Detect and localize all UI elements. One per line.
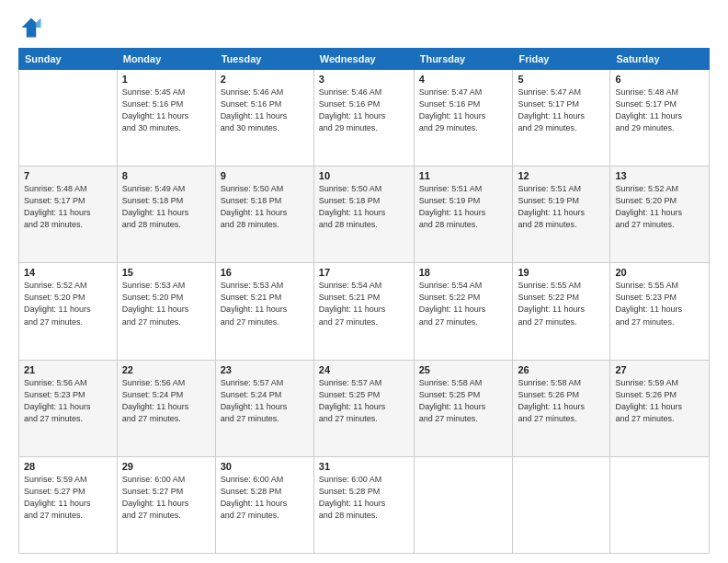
day-number: 24: [319, 364, 409, 375]
day-number: 12: [518, 170, 605, 181]
day-cell: [19, 70, 118, 167]
day-number: 25: [419, 364, 508, 375]
day-number: 6: [615, 74, 704, 85]
day-cell: 28Sunrise: 5:59 AM Sunset: 5:27 PM Dayli…: [19, 456, 118, 553]
day-number: 26: [518, 364, 605, 375]
day-number: 2: [221, 74, 309, 85]
day-cell: 23Sunrise: 5:57 AM Sunset: 5:24 PM Dayli…: [215, 360, 313, 456]
day-number: 27: [615, 364, 704, 375]
day-info: Sunrise: 5:50 AM Sunset: 5:18 PM Dayligh…: [221, 183, 309, 231]
week-row-2: 7Sunrise: 5:48 AM Sunset: 5:17 PM Daylig…: [19, 167, 710, 263]
day-info: Sunrise: 6:00 AM Sunset: 5:28 PM Dayligh…: [221, 474, 309, 522]
day-number: 30: [221, 461, 309, 472]
day-cell: 10Sunrise: 5:50 AM Sunset: 5:18 PM Dayli…: [313, 167, 414, 263]
day-cell: 31Sunrise: 6:00 AM Sunset: 5:28 PM Dayli…: [313, 456, 414, 553]
header-cell-tuesday: Tuesday: [215, 49, 313, 70]
header-row: SundayMondayTuesdayWednesdayThursdayFrid…: [19, 49, 710, 70]
day-number: 15: [122, 267, 210, 278]
day-cell: 15Sunrise: 5:53 AM Sunset: 5:20 PM Dayli…: [117, 263, 215, 360]
day-cell: 24Sunrise: 5:57 AM Sunset: 5:25 PM Dayli…: [313, 360, 414, 456]
day-cell: 21Sunrise: 5:56 AM Sunset: 5:23 PM Dayli…: [19, 360, 118, 456]
day-number: 17: [319, 267, 409, 278]
header-cell-thursday: Thursday: [414, 49, 513, 70]
day-cell: 4Sunrise: 5:47 AM Sunset: 5:16 PM Daylig…: [414, 70, 513, 167]
day-number: 4: [419, 74, 508, 85]
day-info: Sunrise: 5:48 AM Sunset: 5:17 PM Dayligh…: [24, 183, 112, 231]
day-number: 29: [122, 461, 210, 472]
header: [18, 15, 710, 40]
day-number: 13: [615, 170, 704, 181]
header-cell-monday: Monday: [117, 49, 215, 70]
day-info: Sunrise: 5:45 AM Sunset: 5:16 PM Dayligh…: [122, 86, 210, 134]
svg-marker-1: [36, 18, 40, 29]
day-info: Sunrise: 5:56 AM Sunset: 5:23 PM Dayligh…: [24, 377, 112, 425]
day-info: Sunrise: 5:52 AM Sunset: 5:20 PM Dayligh…: [615, 183, 704, 231]
day-cell: 6Sunrise: 5:48 AM Sunset: 5:17 PM Daylig…: [610, 70, 710, 167]
day-info: Sunrise: 5:47 AM Sunset: 5:16 PM Dayligh…: [419, 86, 508, 134]
day-number: 21: [24, 364, 112, 375]
day-cell: 19Sunrise: 5:55 AM Sunset: 5:22 PM Dayli…: [513, 263, 610, 360]
day-cell: 18Sunrise: 5:54 AM Sunset: 5:22 PM Dayli…: [414, 263, 513, 360]
day-info: Sunrise: 5:58 AM Sunset: 5:25 PM Dayligh…: [419, 377, 508, 425]
day-cell: 5Sunrise: 5:47 AM Sunset: 5:17 PM Daylig…: [513, 70, 610, 167]
header-cell-wednesday: Wednesday: [313, 49, 414, 70]
calendar-header: SundayMondayTuesdayWednesdayThursdayFrid…: [19, 49, 710, 70]
day-info: Sunrise: 5:55 AM Sunset: 5:23 PM Dayligh…: [615, 280, 704, 327]
day-info: Sunrise: 5:59 AM Sunset: 5:26 PM Dayligh…: [615, 377, 704, 425]
day-number: 10: [319, 170, 409, 181]
day-info: Sunrise: 5:57 AM Sunset: 5:24 PM Dayligh…: [221, 377, 309, 425]
day-cell: 9Sunrise: 5:50 AM Sunset: 5:18 PM Daylig…: [215, 167, 313, 263]
day-cell: [513, 456, 610, 553]
day-info: Sunrise: 5:54 AM Sunset: 5:22 PM Dayligh…: [419, 280, 508, 327]
day-cell: 30Sunrise: 6:00 AM Sunset: 5:28 PM Dayli…: [215, 456, 313, 553]
day-cell: 1Sunrise: 5:45 AM Sunset: 5:16 PM Daylig…: [117, 70, 215, 167]
week-row-3: 14Sunrise: 5:52 AM Sunset: 5:20 PM Dayli…: [19, 263, 710, 360]
day-cell: 12Sunrise: 5:51 AM Sunset: 5:19 PM Dayli…: [513, 167, 610, 263]
day-number: 1: [122, 74, 210, 85]
day-info: Sunrise: 5:55 AM Sunset: 5:22 PM Dayligh…: [518, 280, 605, 327]
day-info: Sunrise: 6:00 AM Sunset: 5:27 PM Dayligh…: [122, 474, 210, 522]
day-number: 19: [518, 267, 605, 278]
day-cell: 20Sunrise: 5:55 AM Sunset: 5:23 PM Dayli…: [610, 263, 710, 360]
day-info: Sunrise: 5:57 AM Sunset: 5:25 PM Dayligh…: [319, 377, 409, 425]
day-cell: 25Sunrise: 5:58 AM Sunset: 5:25 PM Dayli…: [414, 360, 513, 456]
day-cell: 11Sunrise: 5:51 AM Sunset: 5:19 PM Dayli…: [414, 167, 513, 263]
day-info: Sunrise: 5:47 AM Sunset: 5:17 PM Dayligh…: [518, 86, 605, 134]
day-cell: [610, 456, 710, 553]
calendar-body: 1Sunrise: 5:45 AM Sunset: 5:16 PM Daylig…: [19, 70, 710, 554]
day-cell: 22Sunrise: 5:56 AM Sunset: 5:24 PM Dayli…: [117, 360, 215, 456]
day-cell: 2Sunrise: 5:46 AM Sunset: 5:16 PM Daylig…: [215, 70, 313, 167]
day-number: 3: [319, 74, 409, 85]
day-number: 7: [24, 170, 112, 181]
day-number: 8: [122, 170, 210, 181]
day-info: Sunrise: 5:51 AM Sunset: 5:19 PM Dayligh…: [419, 183, 508, 231]
day-info: Sunrise: 5:46 AM Sunset: 5:16 PM Dayligh…: [319, 86, 409, 134]
day-info: Sunrise: 5:53 AM Sunset: 5:21 PM Dayligh…: [221, 280, 309, 327]
day-cell: 14Sunrise: 5:52 AM Sunset: 5:20 PM Dayli…: [19, 263, 118, 360]
day-cell: 27Sunrise: 5:59 AM Sunset: 5:26 PM Dayli…: [610, 360, 710, 456]
day-info: Sunrise: 5:51 AM Sunset: 5:19 PM Dayligh…: [518, 183, 605, 231]
day-number: 9: [221, 170, 309, 181]
day-info: Sunrise: 5:48 AM Sunset: 5:17 PM Dayligh…: [615, 86, 704, 134]
day-info: Sunrise: 5:56 AM Sunset: 5:24 PM Dayligh…: [122, 377, 210, 425]
day-cell: 13Sunrise: 5:52 AM Sunset: 5:20 PM Dayli…: [610, 167, 710, 263]
day-number: 18: [419, 267, 508, 278]
day-number: 31: [319, 461, 409, 472]
day-info: Sunrise: 5:58 AM Sunset: 5:26 PM Dayligh…: [518, 377, 605, 425]
calendar-page: SundayMondayTuesdayWednesdayThursdayFrid…: [0, 0, 728, 563]
week-row-5: 28Sunrise: 5:59 AM Sunset: 5:27 PM Dayli…: [19, 456, 710, 553]
calendar-table: SundayMondayTuesdayWednesdayThursdayFrid…: [18, 48, 710, 554]
header-cell-friday: Friday: [513, 49, 610, 70]
day-cell: 3Sunrise: 5:46 AM Sunset: 5:16 PM Daylig…: [313, 70, 414, 167]
day-info: Sunrise: 5:50 AM Sunset: 5:18 PM Dayligh…: [319, 183, 409, 231]
day-number: 28: [24, 461, 112, 472]
week-row-1: 1Sunrise: 5:45 AM Sunset: 5:16 PM Daylig…: [19, 70, 710, 167]
day-cell: 26Sunrise: 5:58 AM Sunset: 5:26 PM Dayli…: [513, 360, 610, 456]
day-info: Sunrise: 5:54 AM Sunset: 5:21 PM Dayligh…: [319, 280, 409, 327]
logo-icon: [18, 15, 44, 40]
day-info: Sunrise: 5:49 AM Sunset: 5:18 PM Dayligh…: [122, 183, 210, 231]
day-cell: 29Sunrise: 6:00 AM Sunset: 5:27 PM Dayli…: [117, 456, 215, 553]
day-cell: 17Sunrise: 5:54 AM Sunset: 5:21 PM Dayli…: [313, 263, 414, 360]
day-info: Sunrise: 5:46 AM Sunset: 5:16 PM Dayligh…: [221, 86, 309, 134]
day-number: 16: [221, 267, 309, 278]
